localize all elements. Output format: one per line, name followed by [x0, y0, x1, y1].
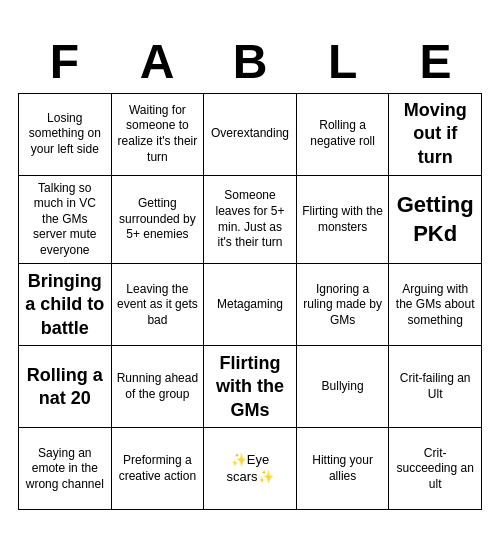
bingo-cell-3: Rolling a negative roll	[297, 94, 390, 176]
bingo-cell-21: Preforming a creative action	[112, 428, 205, 510]
bingo-cell-24: Crit-succeeding an ult	[389, 428, 482, 510]
header-letter-l: L	[299, 34, 387, 89]
bingo-cell-15: Rolling a nat 20	[19, 346, 112, 428]
header-letter-e: E	[392, 34, 480, 89]
bingo-cell-5: Talking so much in VC the GMs server mut…	[19, 176, 112, 265]
bingo-cell-19: Crit-failing an Ult	[389, 346, 482, 428]
bingo-cell-12: Metagaming	[204, 264, 297, 346]
bingo-cell-23: Hitting your allies	[297, 428, 390, 510]
bingo-cell-13: Ignoring a ruling made by GMs	[297, 264, 390, 346]
header-letter-a: A	[113, 34, 201, 89]
bingo-cell-2: Overextanding	[204, 94, 297, 176]
bingo-grid: Losing something on your left sideWaitin…	[18, 93, 482, 511]
bingo-cell-1: Waiting for someone to realize it's thei…	[112, 94, 205, 176]
header-letter-f: F	[20, 34, 108, 89]
bingo-cell-4: Moving out if turn	[389, 94, 482, 176]
bingo-cell-22: ✨Eye scars✨	[204, 428, 297, 510]
header-letter-b: B	[206, 34, 294, 89]
bingo-cell-10: Bringing a child to battle	[19, 264, 112, 346]
bingo-header: FABLE	[18, 34, 482, 89]
bingo-cell-18: Bullying	[297, 346, 390, 428]
bingo-cell-20: Saying an emote in the wrong channel	[19, 428, 112, 510]
bingo-cell-8: Flirting with the monsters	[297, 176, 390, 265]
bingo-cell-0: Losing something on your left side	[19, 94, 112, 176]
bingo-cell-14: Arguing with the GMs about something	[389, 264, 482, 346]
bingo-cell-16: Running ahead of the group	[112, 346, 205, 428]
bingo-cell-7: Someone leaves for 5+ min. Just as it's …	[204, 176, 297, 265]
bingo-card: FABLE Losing something on your left side…	[10, 26, 490, 519]
bingo-cell-17: Flirting with the GMs	[204, 346, 297, 428]
bingo-cell-9: Getting PKd	[389, 176, 482, 265]
bingo-cell-11: Leaving the event as it gets bad	[112, 264, 205, 346]
bingo-cell-6: Getting surrounded by 5+ enemies	[112, 176, 205, 265]
